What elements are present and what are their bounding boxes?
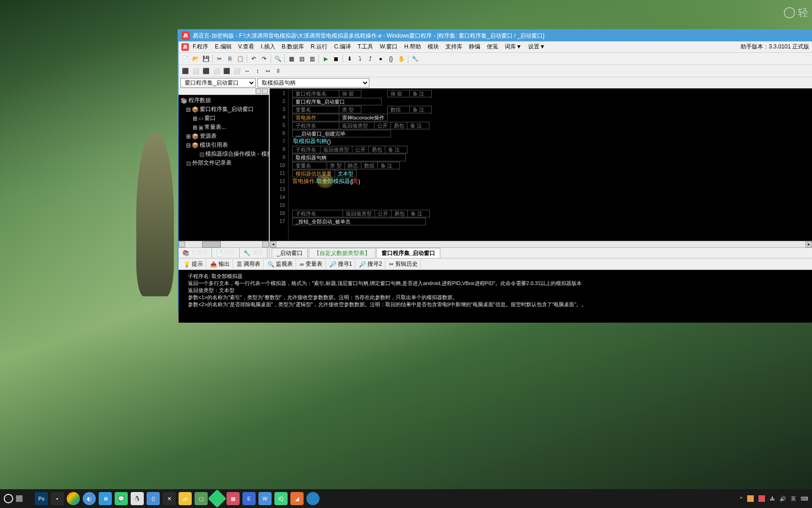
layout-2-icon[interactable]: ▤ — [297, 54, 306, 64]
dist-v-icon[interactable]: ↕ — [253, 66, 262, 76]
title-bar[interactable]: 易 易语言-加密狗版 - F:\大漠调用雷电模拟器\大漠调用雷电模拟器多线程操作… — [179, 30, 812, 41]
tab-program[interactable]: 📄程序 — [212, 248, 240, 258]
tab-hint[interactable]: 💡提示 — [180, 259, 206, 269]
menu-tools[interactable]: T.工具 — [355, 42, 376, 52]
align-right-icon[interactable]: ⬛ — [201, 66, 211, 76]
project-tree[interactable]: 📚程序数据 ⊟📦窗口程序集_启动窗口 ⊞▭窗口 ⊞▣常量表... ⊞📦资源表 ⊟… — [179, 95, 269, 241]
menu-settings[interactable]: 设置▼ — [525, 42, 548, 52]
menu-window[interactable]: W.窗口 — [377, 42, 400, 52]
breakpoint-icon[interactable]: ● — [376, 54, 385, 64]
scroll-right-icon[interactable]: ▸ — [262, 241, 269, 247]
undo-icon[interactable]: ↶ — [249, 54, 258, 64]
tray-keyboard-icon[interactable]: ⌨ — [801, 496, 808, 502]
menu-compile[interactable]: C.编译 — [331, 42, 354, 52]
run-icon[interactable]: ▶ — [321, 54, 330, 64]
taskbar-app-monitor[interactable]: 🖥 — [99, 492, 112, 505]
tray-network-icon[interactable]: 🖧 — [770, 496, 775, 501]
start-button-icon[interactable] — [4, 494, 13, 503]
panel-close-icon[interactable]: × — [262, 88, 268, 94]
menu-dict[interactable]: 词库▼ — [502, 42, 524, 52]
taskbar-app-chrome[interactable] — [67, 492, 80, 505]
tab-support-lib[interactable]: 📚支持库 — [179, 248, 212, 258]
tree-node-external[interactable]: ▤外部文件记录表 — [180, 159, 268, 167]
align-left-icon[interactable]: ⬛ — [180, 66, 190, 76]
layout-3-icon[interactable]: ▥ — [307, 54, 317, 64]
paste-icon[interactable]: 📋 — [235, 54, 245, 64]
dist-h-icon[interactable]: ↔ — [242, 66, 252, 76]
tree-root[interactable]: 📚程序数据 — [180, 96, 268, 105]
taskbar-app-diamond[interactable] — [208, 489, 226, 508]
tray-ime[interactable]: 英 — [791, 495, 796, 502]
tab-output[interactable]: 📤输出 — [207, 259, 233, 269]
find-icon[interactable]: 🔍 — [273, 54, 282, 64]
step-over-icon[interactable]: ⤵ — [355, 54, 365, 64]
tray-volume-icon[interactable]: 🔊 — [780, 496, 786, 502]
tray-chevron-icon[interactable]: ^ — [740, 496, 742, 501]
menu-insert[interactable]: I.插入 — [258, 42, 278, 52]
taskbar-app-explorer[interactable]: 📁 — [179, 492, 192, 505]
taskbar-app-browser[interactable]: ◐ — [83, 492, 96, 505]
code-editor[interactable]: 1 2 3 4 5 6 7 8 9 10 11 12 13 14 15 16 1 — [270, 88, 812, 241]
panel-minimize-icon[interactable]: ▾ — [256, 88, 261, 94]
tab-clip[interactable]: ✂剪辑历史 — [386, 259, 421, 269]
taskbar-app-qq[interactable]: 🐧 — [131, 492, 144, 505]
tool-extra-icon[interactable]: 🔧 — [410, 54, 420, 64]
tab-watch[interactable]: 🔍监视表 — [265, 259, 296, 269]
menu-edit[interactable]: E.编辑 — [212, 42, 234, 52]
step-into-icon[interactable]: ⬇ — [345, 54, 354, 64]
scroll-right-icon[interactable]: ▸ — [805, 241, 812, 247]
taskbar-app-iqiyi[interactable]: iQ — [274, 492, 288, 505]
tray-icon-1[interactable] — [747, 495, 754, 502]
taskbar-app-word[interactable]: W — [258, 492, 272, 505]
tab-find2[interactable]: 🔎搜寻2 — [356, 259, 385, 269]
scroll-left-icon[interactable]: ◂ — [179, 241, 185, 247]
copy-icon[interactable]: ⎘ — [225, 54, 234, 64]
editor-hscroll[interactable]: ◂ ▸ — [270, 241, 812, 247]
save-icon[interactable]: 💾 — [201, 54, 211, 64]
tab-startup-window[interactable]: _启动窗口 — [272, 248, 308, 258]
combo-procset[interactable]: 窗口程序集_启动窗口 — [180, 78, 256, 87]
tab-property[interactable]: 🔧属性 — [240, 248, 267, 258]
menu-view[interactable]: V.查看 — [235, 42, 257, 52]
same-w-icon[interactable]: ⇿ — [263, 66, 273, 76]
cut-icon[interactable]: ✂ — [215, 54, 224, 64]
align-center-icon[interactable]: ⬜ — [191, 66, 200, 76]
taskbar-app-wechat[interactable]: 💬 — [115, 492, 128, 505]
taskbar-app-red[interactable]: ▦ — [226, 492, 240, 505]
menu-run[interactable]: R.运行 — [308, 42, 330, 52]
align-middle-icon[interactable]: ⬛ — [222, 66, 231, 76]
tree-node-const[interactable]: ⊞▣常量表... — [180, 123, 268, 132]
scroll-left-icon[interactable]: ◂ — [270, 241, 276, 247]
menu-module[interactable]: 模块 — [425, 42, 442, 52]
taskbar-app-orange[interactable]: ◢ — [290, 492, 304, 505]
taskbar-app-ps[interactable]: Ps — [35, 492, 48, 505]
tree-node-resource[interactable]: ⊞📦资源表 — [180, 132, 268, 141]
taskbar-app-e[interactable]: E — [242, 492, 256, 505]
tree-node-procset[interactable]: ⊟📦窗口程序集_启动窗口 — [180, 105, 268, 114]
tab-find1[interactable]: 🔎搜寻1 — [327, 259, 356, 269]
taskbar-app-capcut[interactable]: ✕ — [163, 492, 176, 505]
layout-1-icon[interactable]: ▦ — [287, 54, 296, 64]
same-h-icon[interactable]: ⇳ — [273, 66, 283, 76]
combo-subroutine[interactable]: 取模拟器句柄 — [258, 78, 369, 87]
align-bottom-icon[interactable]: ⬜ — [232, 66, 242, 76]
new-file-icon[interactable]: 📄 — [180, 54, 190, 64]
code-body[interactable]: 窗口程序集名保 留保 留备 注 窗口程序集_启动窗口 变量名类 型数组备 注 雷… — [289, 88, 812, 241]
open-file-icon[interactable]: 📂 — [191, 54, 200, 64]
trace-icon[interactable]: {} — [386, 54, 396, 64]
taskbar[interactable]: Ps ▪ ◐ 🖥 💬 🐧 ⟨⟩ ✕ 📁 ▢ ▦ E W iQ ◢ ^ 🖧 🔊 英… — [0, 489, 812, 508]
menu-database[interactable]: B.数据库 — [279, 42, 307, 52]
hint-output[interactable]: 子程序名: 取全部模拟器 返回一个多行文本，每一行代表一个模拟器，格式为："索引… — [179, 270, 812, 323]
taskbar-app-circle[interactable] — [306, 492, 320, 505]
tab-var[interactable]: ∞变量表 — [297, 259, 326, 269]
taskbar-app-note[interactable]: ▢ — [195, 492, 208, 505]
menu-file[interactable]: F.程序 — [190, 42, 211, 52]
tab-procset[interactable]: 窗口程序集_启动窗口 — [376, 248, 441, 258]
taskbar-app-terminal[interactable]: ▪ — [51, 492, 64, 505]
hand-icon[interactable]: ✋ — [397, 54, 406, 64]
tree-node-moduleref[interactable]: ⊟📦模块引用表 — [180, 141, 268, 150]
menu-reg[interactable]: 静编 — [466, 42, 483, 52]
align-top-icon[interactable]: ⬜ — [211, 66, 221, 76]
menu-support[interactable]: 支持库 — [443, 42, 465, 52]
tab-custom-types[interactable]: 【自定义数据类型表】 — [309, 248, 375, 258]
